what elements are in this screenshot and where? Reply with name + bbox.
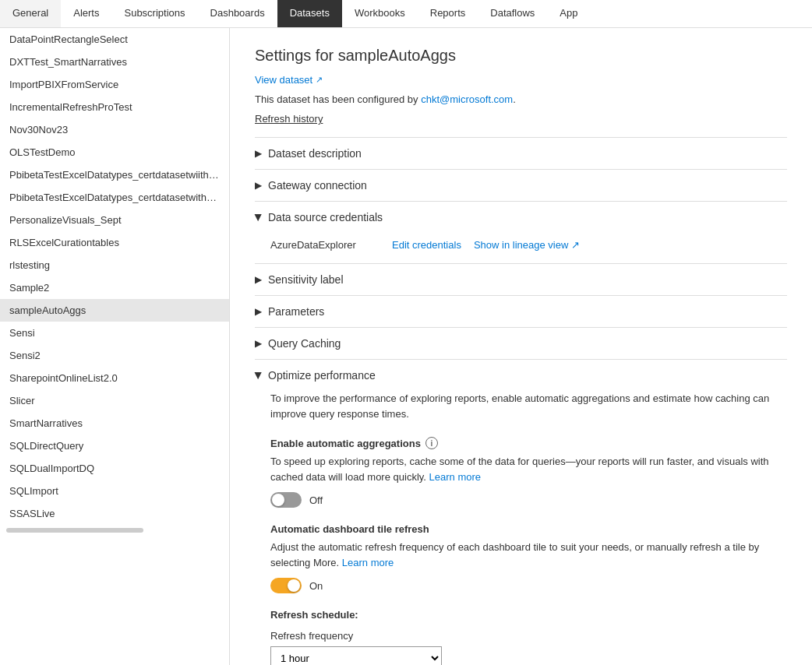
nav-item-alerts[interactable]: Alerts — [61, 0, 111, 27]
sidebar-item[interactable]: SmartNarratives — [0, 412, 229, 435]
nav-item-workbooks[interactable]: Workbooks — [342, 0, 418, 27]
accordion-header-dataset-description[interactable]: ▶ Dataset description — [255, 138, 787, 169]
dashboard-refresh-section: Automatic dashboard tile refresh Adjust … — [270, 523, 787, 593]
nav-item-dataflows[interactable]: Dataflows — [478, 0, 547, 27]
accordion-query-caching: ▶ Query Caching — [255, 327, 787, 359]
credentials-row: AzureDataExplorer Edit credentials Show … — [270, 239, 787, 251]
external-link-icon: ↗ — [316, 75, 323, 85]
optimize-description: To improve the performance of exploring … — [270, 391, 787, 421]
refresh-schedule-label: Refresh schedule: — [270, 609, 787, 621]
dashboard-refresh-toggle-label: On — [309, 580, 323, 592]
accordion-header-data-source-credentials[interactable]: ▶ Data source credentials — [255, 202, 787, 233]
toggle-track-on — [270, 578, 302, 593]
lineage-view-link[interactable]: Show in lineage view ↗ — [474, 239, 580, 251]
refresh-frequency-label: Refresh frequency — [270, 630, 787, 642]
chevron-down-icon: ▶ — [253, 214, 264, 221]
external-link-icon: ↗ — [571, 239, 580, 251]
chevron-right-icon: ▶ — [255, 338, 262, 349]
accordion-sensitivity-label: ▶ Sensitivity label — [255, 263, 787, 295]
dashboard-refresh-title: Automatic dashboard tile refresh — [270, 523, 787, 535]
sidebar-item[interactable]: SQLImport — [0, 480, 229, 502]
accordion-gateway-connection: ▶ Gateway connection — [255, 169, 787, 201]
accordion-optimize-performance: ▶ Optimize performance To improve the pe… — [255, 359, 787, 665]
chevron-right-icon: ▶ — [255, 306, 262, 317]
sidebar-item[interactable]: PbibetaTestExcelDatatypes_certdatasetwit… — [0, 186, 229, 209]
auto-aggs-toggle-row: Off — [270, 492, 787, 508]
sidebar-item[interactable]: RLSExcelCurationtables — [0, 231, 229, 254]
accordion-header-sensitivity-label[interactable]: ▶ Sensitivity label — [255, 264, 787, 295]
chevron-right-icon: ▶ — [255, 180, 262, 191]
auto-aggs-section: Enable automatic aggregations i To speed… — [270, 437, 787, 508]
refresh-frequency-select[interactable]: 30 minutes1 hour2 hours4 hours8 hours24 … — [270, 646, 442, 665]
sidebar-item[interactable]: Sample2 — [0, 276, 229, 299]
nav-item-subscriptions[interactable]: Subscriptions — [111, 0, 197, 27]
auto-aggs-toggle-label: Off — [309, 494, 323, 506]
dashboard-refresh-learn-more-link[interactable]: Learn more — [342, 557, 394, 568]
refresh-schedule-section: Refresh schedule: Refresh frequency 30 m… — [270, 609, 787, 665]
toggle-thumb — [272, 494, 284, 506]
sidebar-item[interactable]: Nov30Nov23 — [0, 118, 229, 141]
view-dataset-link[interactable]: View dataset ↗ — [255, 74, 323, 86]
accordion-dataset-description: ▶ Dataset description — [255, 137, 787, 169]
sidebar-item[interactable]: SSASLive — [0, 502, 229, 525]
auto-aggs-title: Enable automatic aggregations i — [270, 437, 787, 449]
config-email-link[interactable]: chkt@microsoft.com — [421, 93, 513, 105]
sidebar-item[interactable]: SQLDirectQuery — [0, 435, 229, 457]
nav-item-app[interactable]: App — [547, 0, 590, 27]
sidebar-item[interactable]: DataPointRectangleSelect — [0, 28, 229, 51]
accordion-parameters: ▶ Parameters — [255, 295, 787, 327]
sidebar-item[interactable]: Sensi — [0, 322, 229, 344]
credentials-source: AzureDataExplorer — [270, 239, 380, 251]
sidebar-item[interactable]: Sensi2 — [0, 344, 229, 367]
sidebar-item[interactable]: OLSTestDemo — [0, 141, 229, 164]
accordion-header-optimize-performance[interactable]: ▶ Optimize performance — [255, 360, 787, 391]
top-nav: GeneralAlertsSubscriptionsDashboardsData… — [0, 0, 812, 28]
accordion-header-parameters[interactable]: ▶ Parameters — [255, 296, 787, 327]
sidebar-item[interactable]: DXTTest_SmartNarratives — [0, 51, 229, 73]
sidebar-scrollbar — [6, 528, 143, 533]
nav-item-datasets[interactable]: Datasets — [277, 0, 342, 27]
accordion-header-query-caching[interactable]: ▶ Query Caching — [255, 328, 787, 359]
dashboard-refresh-description: Adjust the automatic refresh frequency o… — [270, 540, 787, 570]
content-area: Settings for sampleAutoAggs View dataset… — [230, 28, 812, 665]
nav-item-reports[interactable]: Reports — [418, 0, 478, 27]
toggle-track — [270, 492, 302, 508]
sidebar-item[interactable]: IncrementalRefreshProTest — [0, 96, 229, 118]
config-text: This dataset has been configured by chkt… — [255, 93, 787, 105]
accordion-data-source-credentials: ▶ Data source credentials AzureDataExplo… — [255, 201, 787, 263]
auto-aggs-toggle[interactable] — [270, 492, 302, 508]
sidebar-item[interactable]: Slicer — [0, 389, 229, 412]
auto-aggs-learn-more-link[interactable]: Learn more — [429, 471, 481, 483]
chevron-down-icon: ▶ — [253, 372, 264, 379]
sidebar-item[interactable]: ImportPBIXFromService — [0, 73, 229, 96]
sidebar-item[interactable]: SQLDualImportDQ — [0, 457, 229, 480]
main-layout: DataPointRectangleSelectDXTTest_SmartNar… — [0, 28, 812, 665]
sidebar-item[interactable]: SharepointOnlineList2.0 — [0, 367, 229, 389]
edit-credentials-link[interactable]: Edit credentials — [392, 239, 461, 251]
dashboard-refresh-toggle[interactable] — [270, 578, 302, 593]
credentials-content: AzureDataExplorer Edit credentials Show … — [255, 239, 787, 263]
dashboard-refresh-toggle-row: On — [270, 578, 787, 593]
sidebar-item[interactable]: sampleAutoAggs — [0, 299, 229, 322]
nav-item-dashboards[interactable]: Dashboards — [198, 0, 277, 27]
nav-item-general[interactable]: General — [0, 0, 61, 27]
toggle-thumb-on — [288, 579, 300, 592]
accordion-header-gateway-connection[interactable]: ▶ Gateway connection — [255, 170, 787, 201]
sidebar-item[interactable]: PbibetaTestExcelDatatypes_certdatasetwii… — [0, 164, 229, 186]
sidebar-item[interactable]: rlstesting — [0, 254, 229, 276]
optimize-content: To improve the performance of exploring … — [255, 391, 787, 665]
info-icon[interactable]: i — [425, 437, 438, 449]
chevron-right-icon: ▶ — [255, 274, 262, 285]
sidebar-item[interactable]: PersonalizeVisuals_Sept — [0, 209, 229, 231]
sidebar: DataPointRectangleSelectDXTTest_SmartNar… — [0, 28, 230, 665]
chevron-right-icon: ▶ — [255, 148, 262, 159]
refresh-history-link[interactable]: Refresh history — [255, 113, 323, 125]
auto-aggs-description: To speed up exploring reports, cache som… — [270, 454, 787, 484]
page-title: Settings for sampleAutoAggs — [255, 47, 787, 65]
